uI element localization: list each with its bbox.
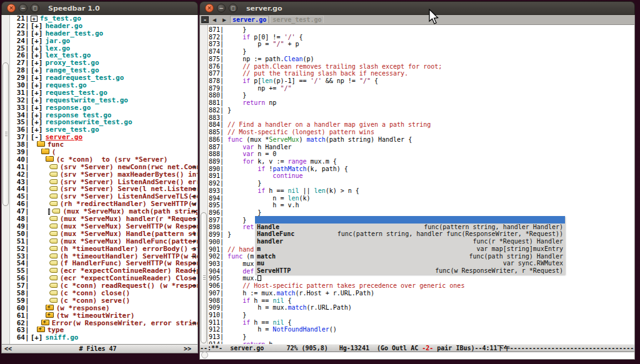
folder-icon[interactable] bbox=[37, 141, 45, 149]
tag-icon[interactable] bbox=[49, 230, 58, 238]
speedbar-item-label[interactable]: (rh *redirectHandler) ServeHTTP(w Res bbox=[60, 200, 198, 208]
speedbar-scrollbar[interactable] bbox=[2, 15, 10, 353]
speedbar-item-label[interactable]: requestwrite_test.go bbox=[46, 97, 128, 104]
speedbar-item-readrequest_test.go[interactable]: 29|[+]readrequest_test.go bbox=[10, 74, 198, 82]
expand-icon[interactable]: [+] bbox=[31, 30, 43, 37]
open-folder-icon[interactable] bbox=[41, 149, 49, 154]
speedbar-item-label[interactable]: sniff.go bbox=[46, 334, 79, 342]
collapse-icon[interactable]: [-] bbox=[31, 134, 43, 141]
speedbar-item--mux-ServeMux-handler-r-Request-H[interactable]: 48|(mux *ServeMux) handler(r *Request) H… bbox=[10, 215, 198, 223]
minimize-button-icon[interactable]: − bbox=[217, 4, 226, 12]
tag-icon[interactable] bbox=[49, 290, 58, 297]
tag-icon[interactable] bbox=[52, 209, 60, 214]
speedbar-item-label[interactable]: (c *conn) close() bbox=[60, 290, 131, 297]
tag-icon[interactable] bbox=[49, 260, 58, 267]
tag-icon[interactable] bbox=[49, 185, 58, 193]
tag-icon[interactable] bbox=[49, 297, 58, 305]
tabbar-forward-icon[interactable]: ▶ bbox=[220, 16, 229, 24]
speedbar-item-range_test.go[interactable]: 28|[+]range_test.go bbox=[10, 67, 198, 74]
speedbar-item-label[interactable]: func bbox=[48, 141, 64, 149]
speedbar-item--mux-ServeMux-HandleFunc-pattern-st[interactable]: 51|(mux *ServeMux) HandleFunc(pattern st… bbox=[10, 238, 198, 245]
expand-icon[interactable]: [+] bbox=[31, 82, 43, 89]
speedbar-item-label[interactable]: (ecr *expectContinueReader) Close() e bbox=[60, 275, 198, 282]
closed-folder-plus-icon[interactable] bbox=[41, 320, 49, 325]
speedbar-item-label[interactable]: (c *conn) readRequest() (w *response, bbox=[60, 282, 198, 290]
tabbar-back-icon[interactable]: ◀ bbox=[210, 16, 219, 24]
speedbar-item-label[interactable]: (h *timeoutHandler) ServeHTTP(w Respo bbox=[60, 253, 198, 260]
file-icon[interactable]: + bbox=[31, 15, 38, 22]
autocomplete-item-mu[interactable]: muvar sync.RWMutex bbox=[255, 260, 565, 267]
expand-icon[interactable]: [+] bbox=[31, 37, 43, 45]
autocomplete-item-handler[interactable]: handlerfunc(r *Request) Handler bbox=[255, 238, 565, 245]
speedbar-item-label[interactable]: proxy_test.go bbox=[46, 59, 99, 67]
tag-icon[interactable] bbox=[49, 282, 58, 290]
tag-icon[interactable] bbox=[49, 215, 58, 223]
speedbar-item-label[interactable]: server.go bbox=[46, 134, 83, 141]
tag-icon[interactable] bbox=[49, 260, 58, 265]
speedbar-item-label[interactable]: responsewrite_test.go bbox=[46, 119, 132, 126]
speedbar-item-label[interactable]: header.go bbox=[46, 22, 83, 30]
tag-icon[interactable] bbox=[49, 223, 58, 230]
speedbar-item-request.go[interactable]: 30|[+]request.go bbox=[10, 82, 198, 89]
expand-icon[interactable]: [+] bbox=[31, 22, 43, 30]
tag-icon[interactable] bbox=[49, 290, 58, 295]
code-area[interactable]: 871| }872| if p[0] != '/' {873| p = "/" … bbox=[200, 25, 634, 344]
speedbar-item--w-response-[interactable]: 60|(w *response) bbox=[10, 305, 198, 312]
closed-folder-plus-icon[interactable] bbox=[37, 327, 45, 332]
speedbar-item-label[interactable]: (mux *ServeMux) handler(r *Request) H bbox=[60, 215, 198, 223]
minimize-button-icon[interactable]: − bbox=[19, 4, 28, 12]
speedbar-item-label[interactable]: (f HandlerFunc) ServeHTTP(w ResponseW bbox=[60, 260, 198, 267]
autocomplete-item-match[interactable]: matchfunc(path string) Handler bbox=[255, 253, 565, 260]
speedbar-item--[interactable]: 39|( bbox=[10, 149, 198, 156]
speedbar-item-fs_test.go[interactable]: 21|+fs_test.go bbox=[10, 15, 198, 22]
speedbar-item-label[interactable]: (h *timeoutHandler) errorBody() strin bbox=[60, 245, 198, 253]
tag-icon[interactable] bbox=[49, 201, 58, 206]
tab-server.go[interactable]: server.go bbox=[230, 16, 269, 23]
speedbar-item-label[interactable]: jar.go bbox=[46, 37, 71, 45]
expand-icon[interactable]: [+] bbox=[31, 104, 43, 112]
tag-icon[interactable] bbox=[49, 179, 58, 186]
speedbar-item-sniff.go[interactable]: 64|[+]sniff.go bbox=[10, 334, 198, 342]
tag-icon[interactable] bbox=[49, 239, 58, 243]
tag-icon[interactable] bbox=[52, 208, 60, 215]
folder-icon[interactable] bbox=[41, 149, 49, 156]
speedbar-item-label[interactable]: type bbox=[48, 327, 64, 334]
tag-icon[interactable] bbox=[49, 164, 58, 169]
editor-scrollbar-thumb[interactable] bbox=[201, 212, 207, 343]
speedbar-item--mux-ServeMux-ServeHTTP-w-ResponseW[interactable]: 49|(mux *ServeMux) ServeHTTP(w ResponseW… bbox=[10, 223, 198, 230]
speedbar-item--srv-Server-ListenAndServe-error[interactable]: 43|(srv *Server) ListenAndServe() error bbox=[10, 179, 198, 186]
speedbar-item--tw-timeoutWriter-[interactable]: 61|(tw *timeoutWriter) bbox=[10, 312, 198, 320]
closed-folder-plus-icon[interactable] bbox=[46, 305, 54, 310]
speedbar-item-type[interactable]: 63|type bbox=[10, 327, 198, 334]
speedbar-item-label[interactable]: header_test.go bbox=[46, 30, 104, 37]
speedbar-item--ecr-expectContinueReader-Read-p-[interactable]: 55|(ecr *expectContinueReader) Read(p []… bbox=[10, 267, 198, 275]
close-button-icon[interactable]: ✕ bbox=[205, 4, 214, 12]
expand-icon[interactable]: [+] bbox=[31, 97, 43, 104]
speedbar-item-lex_test.go[interactable]: 26|[+]lex_test.go bbox=[10, 52, 198, 59]
autocomplete-item-Handle[interactable]: Handlefunc(pattern string, handler Handl… bbox=[255, 224, 565, 231]
tag-icon[interactable] bbox=[49, 171, 58, 179]
speedbar-item-label[interactable]: (mux *ServeMux) ServeHTTP(w ResponseW bbox=[60, 223, 198, 230]
speedbar-item-header.go[interactable]: 22|[+]header.go bbox=[10, 22, 198, 30]
maximize-button-icon[interactable]: ◻ bbox=[229, 4, 238, 12]
expand-icon[interactable]: [+] bbox=[31, 334, 43, 342]
speedbar-item--c-conn-close-[interactable]: 58|(c *conn) close() bbox=[10, 290, 198, 297]
speedbar-item-label[interactable]: response_test.go bbox=[46, 112, 112, 119]
speedbar-item-label[interactable]: readrequest_test.go bbox=[46, 74, 124, 82]
tab-serve_test.go[interactable]: serve_test.go bbox=[270, 16, 324, 23]
speedbar-item-response.go[interactable]: 33|[+]response.go bbox=[10, 104, 198, 112]
speedbar-item-label[interactable]: (srv *Server) maxHeaderBytes() int bbox=[60, 171, 198, 179]
tag-icon[interactable] bbox=[49, 231, 58, 236]
speedbar-item-label[interactable]: (srv *Server) newConn(rwc net.Conn) ( bbox=[60, 164, 198, 171]
tag-icon[interactable] bbox=[49, 275, 58, 282]
speedbar-item-header_test.go[interactable]: 23|[+]header_test.go bbox=[10, 30, 198, 37]
speedbar-item--srv-Server-maxHeaderBytes-int[interactable]: 42|(srv *Server) maxHeaderBytes() int bbox=[10, 171, 198, 179]
speedbar-item-label[interactable]: fs_test.go bbox=[40, 15, 81, 22]
tag-icon[interactable] bbox=[49, 186, 58, 191]
folder-icon[interactable] bbox=[41, 320, 49, 327]
speedbar-item-label[interactable]: lex_test.go bbox=[46, 52, 91, 59]
speedbar-item--c-conn-serve-[interactable]: 59|(c *conn) serve() bbox=[10, 297, 198, 305]
tag-icon[interactable] bbox=[49, 179, 58, 184]
tag-icon[interactable] bbox=[49, 164, 58, 171]
speedbar-item-label[interactable]: request.go bbox=[46, 82, 87, 89]
